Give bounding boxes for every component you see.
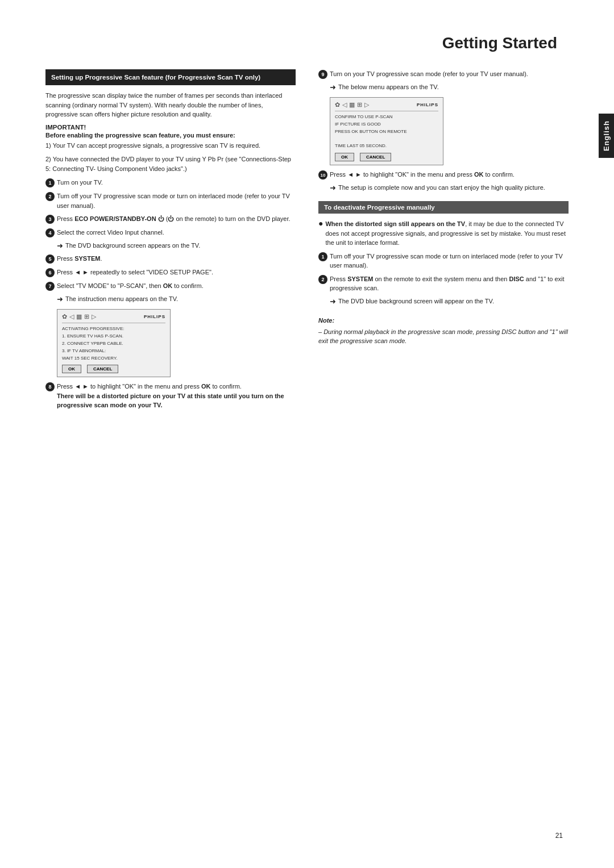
note-text: – During normal playback in the progress… [318, 328, 568, 345]
step-5: 5 Press SYSTEM. [45, 254, 296, 264]
deactivate-heading: To deactivate Progressive manually [318, 201, 569, 214]
tv-screen-1: ✿ ◁ ▦ ⊞ ▷ PHILIPS ACTIVATING PROGRESSIVE… [57, 309, 171, 377]
step-8: 8 Press ◄ ► to highlight "OK" in the men… [45, 382, 296, 410]
step-num-1: 1 [45, 178, 55, 187]
step-2: 2 Turn off your TV progressive scan mode… [45, 191, 296, 210]
tv-ok-button-1[interactable]: OK [62, 365, 81, 373]
note-block: Note: – During normal playback in the pr… [318, 316, 569, 346]
tv-icon-settings-2: ✿ [335, 101, 340, 108]
step-10-arrow-text: The setup is complete now and you can st… [338, 183, 545, 192]
step-6: 6 Press ◄ ► repeatedly to select "VIDEO … [45, 268, 296, 277]
step-10-text: Press ◄ ► to highlight "OK" in the menu … [330, 170, 569, 180]
tv-screen-1-top: ✿ ◁ ▦ ⊞ ▷ PHILIPS [62, 313, 165, 323]
deactivate-step-1: 1 Turn off your TV progressive scan mode… [318, 252, 569, 270]
deactivate-step-2-arrow-text: The DVD blue background screen will appe… [338, 297, 494, 306]
arrow-icon-4: ➜ [57, 241, 63, 251]
step-7-arrow-text: The instruction menu appears on the TV. [65, 295, 178, 303]
ensure-1: 1) Your TV can accept progressive signal… [45, 141, 296, 151]
deactivate-bullet: ● When the distorted sign still appears … [318, 219, 569, 248]
page-number: 21 [555, 832, 563, 840]
arrow-icon-10: ➜ [330, 183, 336, 193]
tv-cancel-button-1[interactable]: CANCEL [87, 365, 118, 373]
step-num-7: 7 [45, 282, 55, 291]
two-column-layout: Setting up Progressive Scan feature (for… [45, 69, 569, 414]
note-title: Note: [318, 316, 569, 326]
step-num-5: 5 [45, 254, 55, 264]
tv-icon-settings: ✿ [62, 313, 67, 320]
step-4: 4 Select the correct Video Input channel… [45, 228, 296, 237]
step-num-6: 6 [45, 268, 55, 277]
important-sub: Before enabling the progressive scan fea… [45, 132, 296, 139]
step-4-arrow-text: The DVD background screen appears on the… [65, 241, 200, 250]
tv-icon-audio: ◁ [69, 313, 74, 320]
tv-cancel-button-2[interactable]: CANCEL [360, 153, 391, 161]
tv-screen-2-buttons: OK CANCEL [335, 153, 438, 161]
philips-logo-2: PHILIPS [417, 102, 438, 107]
step-num-2: 2 [45, 192, 55, 201]
step-num-3: 3 [45, 215, 55, 224]
step-1: 1 Turn on your TV. [45, 178, 296, 187]
tv-screen-2: ✿ ◁ ▦ ⊞ ▷ PHILIPS CONFIRM TO USE P-SCAN … [330, 97, 443, 165]
tv-icon-video-2: ▦ [349, 101, 355, 108]
language-tab: English [599, 114, 614, 158]
step-4-text: Select the correct Video Input channel. [57, 228, 296, 237]
step-4-arrow: ➜ The DVD background screen appears on t… [57, 241, 296, 251]
step-8-text: Press ◄ ► to highlight "OK" in the menu … [57, 382, 296, 410]
tv-icon-audio-2: ◁ [342, 101, 347, 108]
tv-icon-arrow: ▷ [92, 313, 96, 320]
tv-icon-grid-2: ⊞ [357, 101, 362, 108]
arrow-icon-d2: ➜ [330, 297, 336, 307]
tv-screen-2-body: CONFIRM TO USE P-SCAN IF PICTURE IS GOOD… [335, 114, 438, 150]
step-9-arrow: ➜ The below menu appears on the TV. [330, 83, 569, 93]
tv-screen-1-buttons: OK CANCEL [62, 365, 165, 373]
tv-icon-arrow-2: ▷ [364, 101, 369, 108]
intro-text: The progressive scan display twice the n… [45, 91, 296, 119]
step-5-text: Press SYSTEM. [57, 254, 296, 264]
deactivate-bullet-text: When the distorted sign still appears on… [325, 219, 569, 248]
step-9-arrow-text: The below menu appears on the TV. [338, 83, 439, 91]
philips-logo-1: PHILIPS [144, 314, 165, 319]
left-section-heading: Setting up Progressive Scan feature (for… [45, 69, 296, 85]
arrow-icon-7: ➜ [57, 294, 63, 304]
tv-screen-2-top: ✿ ◁ ▦ ⊞ ▷ PHILIPS [335, 101, 438, 111]
step-num-8: 8 [45, 382, 55, 391]
step-1-text: Turn on your TV. [57, 178, 296, 187]
tv-ok-button-2[interactable]: OK [335, 153, 354, 161]
bullet-icon: ● [318, 219, 323, 228]
important-label: IMPORTANT! [45, 124, 296, 131]
tv-icon-grid: ⊞ [84, 313, 89, 320]
tv-icon-video: ▦ [76, 313, 82, 320]
step-2-text: Turn off your TV progressive scan mode o… [57, 191, 296, 210]
deactivate-step-num-1: 1 [318, 252, 327, 261]
deactivate-step-2-arrow: ➜ The DVD blue background screen will ap… [330, 297, 569, 307]
step-7-arrow: ➜ The instruction menu appears on the TV… [57, 295, 296, 304]
deactivate-step-2: 2 Press SYSTEM on the remote to exit the… [318, 274, 569, 293]
step-10: 10 Press ◄ ► to highlight "OK" in the me… [318, 170, 569, 180]
page-title: Getting Started [45, 34, 569, 52]
step-num-10: 10 [318, 170, 327, 180]
deactivate-step-2-text: Press SYSTEM on the remote to exit the s… [330, 274, 569, 293]
step-10-arrow: ➜ The setup is complete now and you can … [330, 183, 569, 193]
tv-screen-1-body: ACTIVATING PROGRESSIVE: 1. ENSURE TV HAS… [62, 326, 165, 362]
left-column: Setting up Progressive Scan feature (for… [45, 69, 296, 414]
deactivate-step-1-text: Turn off your TV progressive scan mode o… [330, 252, 569, 270]
ensure-2: 2) You have connected the DVD player to … [45, 155, 296, 173]
right-column: 9 Turn on your TV progressive scan mode … [318, 69, 569, 346]
step-7-text: Select "TV MODE" to "P-SCAN", then OK to… [57, 281, 296, 291]
arrow-icon-9: ➜ [330, 82, 336, 93]
step-3: 3 Press ECO POWER/STANDBY-ON ⏻ (⏻ on the… [45, 214, 296, 224]
step-6-text: Press ◄ ► repeatedly to select "VIDEO SE… [57, 268, 296, 277]
page-container: English Getting Started Setting up Progr… [0, 0, 614, 868]
step-9: 9 Turn on your TV progressive scan mode … [318, 69, 569, 79]
step-num-4: 4 [45, 228, 55, 237]
step-7: 7 Select "TV MODE" to "P-SCAN", then OK … [45, 281, 296, 291]
step-3-text: Press ECO POWER/STANDBY-ON ⏻ (⏻ on the r… [57, 214, 296, 224]
step-num-9: 9 [318, 70, 327, 79]
step-9-text: Turn on your TV progressive scan mode (r… [330, 69, 569, 79]
deactivate-step-num-2: 2 [318, 275, 327, 284]
